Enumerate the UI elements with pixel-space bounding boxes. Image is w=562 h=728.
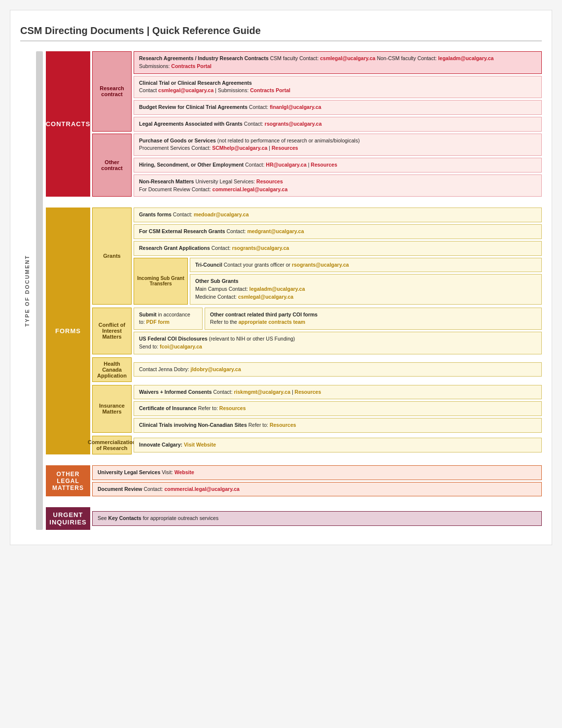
- hr-link[interactable]: HR@ucalgary.ca: [266, 162, 306, 168]
- forms-subcats: Grants Grants forms Contact: medoadr@uca…: [92, 208, 542, 454]
- coi-info: Submit in accordance to: PDF form Other …: [134, 308, 542, 354]
- legal-agreements-box: Legal Agreements Associated with Grants …: [134, 117, 542, 132]
- pdf-form-link[interactable]: PDF form: [146, 319, 170, 325]
- resources-link-goods[interactable]: Resources: [272, 145, 298, 151]
- research-contract-info: Research Agreements / Industry Research …: [134, 51, 542, 132]
- commercial-legal-link-other[interactable]: commercial.legal@ucalgary.ca: [164, 486, 239, 492]
- coi-submit-box: Submit in accordance to: PDF form: [134, 308, 203, 330]
- document-review-box: Document Review Contact: commercial.lega…: [92, 482, 542, 497]
- commercialization-info: Innovate Calgary: Visit Website: [134, 436, 542, 454]
- health-canada-subcat: Health Canada Application: [92, 357, 132, 382]
- other-contract-coi-box: Other contract related third party COI f…: [205, 308, 542, 330]
- csmlegal-link-cta[interactable]: csmlegal@ucalgary.ca: [158, 87, 213, 93]
- csmlegal-link-subgrant[interactable]: csmlegal@ucalgary.ca: [238, 294, 293, 300]
- ra-title: Research Agreements / Industry Research …: [139, 55, 269, 61]
- type-of-document-label: TYPE OF DOCUMENT: [24, 255, 30, 327]
- resources-link-non-research[interactable]: Resources: [256, 178, 283, 184]
- grants-row: Grants Grants forms Contact: medoadr@uca…: [92, 208, 542, 304]
- left-border: [36, 51, 43, 530]
- riskmgmt-link[interactable]: riskmgmt@ucalgary.ca: [234, 389, 290, 395]
- csm-external-grants-box: For CSM External Research Grants Contact…: [134, 224, 542, 239]
- coi-subcat: Conflict of Interest Matters: [92, 308, 132, 354]
- hiring-box: Hiring, Secondment, or Other Employment …: [134, 158, 542, 173]
- finanlgl-link[interactable]: finanlgl@ucalgary.ca: [270, 104, 321, 110]
- clinical-trial-box: Clinical Trial or Clinical Research Agre…: [134, 76, 542, 99]
- contracts-subcats: Research contract Research Agreements / …: [92, 51, 542, 197]
- contracts-category: CONTRACTS: [46, 51, 90, 197]
- research-contract-subcat: Research contract: [92, 51, 132, 132]
- commercial-legal-link-contracts[interactable]: commercial.legal@ucalgary.ca: [212, 186, 287, 192]
- forms-section: FORMS Grants Grants forms Contact: [46, 208, 542, 454]
- sub-grant-info: Tri-Council Contact your grants officer …: [190, 258, 542, 305]
- clinical-trials-noncanadian-box: Clinical Trials involving Non-Canadian S…: [134, 418, 542, 433]
- coi-left: Submit in accordance to: PDF form: [134, 308, 203, 330]
- goods-services-box: Purchase of Goods or Services (not relat…: [134, 134, 542, 156]
- appropriate-contracts-link[interactable]: appropriate contracts team: [239, 319, 305, 325]
- budget-review-box: Budget Review for Clinical Trial Agreeme…: [134, 100, 542, 115]
- hiring-title: Hiring, Secondment, or Other Employment: [139, 162, 244, 168]
- scmhelp-link[interactable]: SCMhelp@ucalgary.ca: [212, 145, 267, 151]
- page: CSM Directing Documents | Quick Referenc…: [10, 10, 552, 545]
- urgent-info: See Key Contacts for appropriate outreac…: [92, 507, 542, 530]
- legaladm-link-subgrant[interactable]: legaladm@ucalgary.ca: [249, 286, 305, 292]
- coi-nested: Submit in accordance to: PDF form Other …: [134, 308, 542, 330]
- health-canada-row: Health Canada Application Contact Jenna …: [92, 357, 542, 382]
- legal-title: Legal Agreements Associated with Grants: [139, 121, 243, 127]
- tricouncil-box: Tri-Council Contact your grants officer …: [190, 258, 542, 273]
- commercialization-subcat: Commercialization of Research: [92, 436, 132, 454]
- other-legal-category: OTHER LEGAL MATTERS: [46, 465, 90, 497]
- insurance-info: Waivers + Informed Consents Contact: ris…: [134, 385, 542, 433]
- resources-link-hiring[interactable]: Resources: [311, 162, 337, 168]
- resources-link-clinical[interactable]: Resources: [270, 422, 296, 428]
- contracts-section: CONTRACTS Research contract Research Agr…: [46, 51, 542, 197]
- certificate-insurance-box: Certificate of Insurance Refer to: Resou…: [134, 401, 542, 416]
- contracts-portal-link-cta[interactable]: Contracts Portal: [250, 87, 290, 93]
- grants-subcat: Grants: [92, 208, 132, 304]
- cta-title: Clinical Trial or Clinical Research Agre…: [139, 80, 252, 86]
- rsogrants-link-tricouncil[interactable]: rsogrants@ucalgary.ca: [292, 262, 349, 268]
- incoming-sub-grant-subcat: Incoming Sub Grant Transfers: [134, 258, 188, 305]
- urgent-box: See Key Contacts for appropriate outreac…: [92, 511, 542, 526]
- goods-title: Purchase of Goods or Services: [139, 138, 216, 143]
- university-legal-box: University Legal Services Visit: Website: [92, 465, 542, 480]
- health-canada-info: Contact Jenna Dobry: jldobry@ucalgary.ca: [134, 357, 542, 382]
- csmlegal-link-ra[interactable]: csmlegal@ucalgary.ca: [320, 55, 375, 61]
- other-contract-info: Purchase of Goods or Services (not relat…: [134, 134, 542, 197]
- medgrant-link[interactable]: medgrant@ucalgary.ca: [247, 228, 304, 234]
- grants-forms-box: Grants forms Contact: medoadr@ucalgary.c…: [134, 208, 542, 222]
- innovate-calgary-box: Innovate Calgary: Visit Website: [134, 438, 542, 452]
- grants-info: Grants forms Contact: medoadr@ucalgary.c…: [134, 208, 542, 304]
- other-contract-row: Other contract Purchase of Goods or Serv…: [92, 134, 542, 197]
- non-research-title: Non-Research Matters: [139, 178, 194, 184]
- urgent-section: URGENT INQUIRIES See Key Contacts for ap…: [46, 507, 542, 530]
- medoadr-link[interactable]: medoadr@ucalgary.ca: [194, 211, 249, 217]
- other-legal-section: OTHER LEGAL MATTERS University Legal Ser…: [46, 465, 542, 497]
- jldobry-link[interactable]: jldobry@ucalgary.ca: [190, 366, 241, 372]
- content-column: CONTRACTS Research contract Research Agr…: [46, 51, 542, 530]
- budget-title: Budget Review for Clinical Trial Agreeme…: [139, 104, 247, 110]
- waivers-box: Waivers + Informed Consents Contact: ris…: [134, 385, 542, 400]
- fcoi-link[interactable]: fcoi@ucalgary.ca: [160, 344, 202, 349]
- resources-link-cert[interactable]: Resources: [219, 405, 246, 411]
- research-agreements-box: Research Agreements / Industry Research …: [134, 51, 542, 74]
- resources-link-waivers[interactable]: Resources: [295, 389, 321, 395]
- main-layout: TYPE OF DOCUMENT CONTRACTS Research cont…: [20, 51, 542, 530]
- type-label-column: TYPE OF DOCUMENT: [20, 51, 34, 530]
- sub-grant-row: Incoming Sub Grant Transfers Tri-Council…: [134, 258, 542, 305]
- insurance-subcat: Insurance Matters: [92, 385, 132, 433]
- visit-website-link[interactable]: Visit Website: [184, 442, 216, 448]
- non-research-box: Non-Research Matters University Legal Se…: [134, 174, 542, 197]
- coi-right: Other contract related third party COI f…: [205, 308, 542, 330]
- research-contract-row: Research contract Research Agreements / …: [92, 51, 542, 132]
- rsogrants-link-grants[interactable]: rsogrants@ucalgary.ca: [232, 245, 289, 251]
- other-sub-grants-box: Other Sub Grants Main Campus Contact: le…: [190, 274, 542, 304]
- rsogrants-link-legal[interactable]: rsogrants@ucalgary.ca: [265, 121, 322, 127]
- insurance-row: Insurance Matters Waivers + Informed Con…: [92, 385, 542, 433]
- website-link-legal[interactable]: Website: [175, 469, 194, 475]
- legaladm-link-ra[interactable]: legaladm@ucalgary.ca: [438, 55, 494, 61]
- research-grant-apps-box: Research Grant Applications Contact: rso…: [134, 241, 542, 256]
- us-federal-coi-box: US Federal COI Disclosures (relevant to …: [134, 332, 542, 354]
- other-legal-info: University Legal Services Visit: Website…: [92, 465, 542, 497]
- contracts-portal-link-ra[interactable]: Contracts Portal: [171, 63, 211, 69]
- page-title: CSM Directing Documents | Quick Referenc…: [20, 25, 542, 41]
